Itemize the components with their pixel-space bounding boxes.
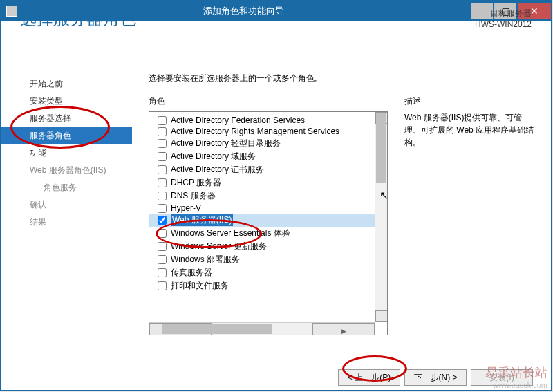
role-checkbox[interactable] <box>158 216 167 225</box>
roles-listbox[interactable]: Active Directory Federation Services Act… <box>149 111 388 335</box>
next-button[interactable]: 下一步(N) > <box>404 369 467 386</box>
horizontal-scrollbar[interactable]: ◀ ▶ <box>149 322 375 335</box>
scroll-down-button[interactable]: ▼ <box>375 310 388 322</box>
role-item: Active Directory 证书服务 <box>149 163 375 176</box>
role-checkbox[interactable] <box>158 204 167 213</box>
nav-results[interactable]: 结果 <box>1 214 132 231</box>
role-item: 打印和文件服务 <box>149 279 375 292</box>
role-checkbox[interactable] <box>158 242 167 251</box>
role-item: Windows Server 更新服务 <box>149 240 375 253</box>
nav-before-begin[interactable]: 开始之前 <box>1 75 132 93</box>
role-checkbox[interactable] <box>158 152 167 161</box>
role-checkbox[interactable] <box>158 165 167 174</box>
target-info: 目标服务器 HWS-WIN2012 <box>475 8 532 49</box>
header: 选择服务器角色 目标服务器 HWS-WIN2012 <box>20 8 532 49</box>
role-checkbox[interactable] <box>158 192 167 200</box>
target-server: HWS-WIN2012 <box>475 19 532 29</box>
role-checkbox[interactable] <box>158 268 167 277</box>
nav-install-type[interactable]: 安装类型 <box>1 93 132 110</box>
role-checkbox[interactable] <box>158 139 167 148</box>
desc-text: Web 服务器(IIS)提供可靠、可管理、可扩展的 Web 应用程序基础结构。 <box>404 111 537 149</box>
role-item: Active Directory 域服务 <box>149 150 375 163</box>
role-item: Windows 部署服务 <box>149 253 375 266</box>
nav-server-roles[interactable]: 服务器角色 <box>1 127 132 144</box>
role-checkbox[interactable] <box>158 127 167 136</box>
scroll-right-button[interactable]: ▶ <box>312 323 375 335</box>
role-item: 传真服务器 <box>149 266 375 279</box>
scroll-thumb[interactable] <box>376 113 386 183</box>
page-title: 选择服务器角色 <box>20 8 136 49</box>
nav-confirm[interactable]: 确认 <box>1 196 132 214</box>
role-item: Active Directory 轻型目录服务 <box>149 137 375 150</box>
role-item-selected: Web 服务器(IIS) <box>149 214 375 227</box>
role-item: Windows Server Essentials 体验 <box>149 227 375 240</box>
wizard-window: 添加角色和功能向导 — ▢ ✕ 选择服务器角色 目标服务器 HWS-WIN201… <box>0 0 552 391</box>
role-checkbox[interactable] <box>158 255 167 264</box>
nav-sidebar: 开始之前 安装类型 服务器选择 服务器角色 功能 Web 服务器角色(IIS) … <box>1 73 132 349</box>
nav-role-services[interactable]: 角色服务 <box>1 179 132 196</box>
nav-features[interactable]: 功能 <box>1 144 132 162</box>
role-checkbox[interactable] <box>158 116 167 125</box>
app-icon <box>6 6 17 17</box>
target-label: 目标服务器 <box>475 8 532 19</box>
instruction-text: 选择要安装在所选服务器上的一个或多个角色。 <box>149 73 537 84</box>
vertical-scrollbar[interactable]: ▲ ▼ <box>375 112 387 322</box>
role-item: DNS 服务器 <box>149 189 375 203</box>
watermark: 易采站长站 www.easck.com <box>485 364 547 389</box>
roles-label: 角色 <box>149 95 388 107</box>
role-checkbox[interactable] <box>158 229 167 238</box>
nav-server-select[interactable]: 服务器选择 <box>1 110 132 127</box>
role-item: Active Directory Rights Management Servi… <box>149 126 375 137</box>
desc-label: 描述 <box>404 95 537 107</box>
role-item: Active Directory Federation Services <box>149 115 375 126</box>
role-checkbox[interactable] <box>158 178 167 187</box>
role-checkbox[interactable] <box>158 281 167 290</box>
scroll-thumb[interactable] <box>162 324 272 334</box>
role-item: DHCP 服务器 <box>149 176 375 189</box>
nav-web-server-iis[interactable]: Web 服务器角色(IIS) <box>1 162 132 179</box>
prev-button[interactable]: < 上一步(P) <box>338 369 400 386</box>
role-item: Hyper-V <box>149 203 375 214</box>
